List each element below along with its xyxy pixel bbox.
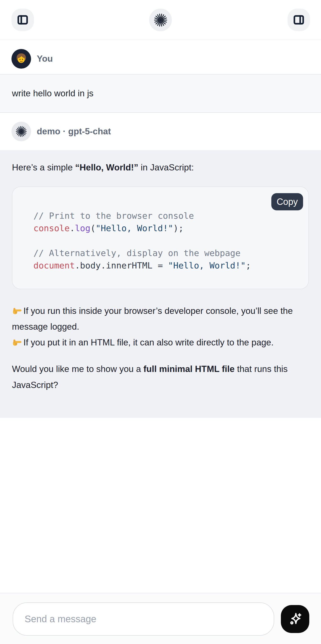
note-line: If you run this inside your browser’s de… (12, 303, 309, 335)
user-message-text: write hello world in js (12, 88, 93, 98)
assistant-sender-name: demo · gpt-5-chat (37, 126, 111, 136)
panel-right-icon (293, 14, 305, 26)
pointing-right-icon (12, 337, 22, 347)
followup-paragraph: Would you like me to show you a full min… (12, 361, 309, 393)
right-panel-toggle-button[interactable] (288, 8, 310, 31)
app-logo-badge[interactable] (149, 8, 172, 31)
user-avatar (11, 49, 31, 68)
pointing-right-icon (12, 306, 22, 316)
sidebar-toggle-button[interactable] (11, 8, 34, 31)
sparkle-icon (287, 611, 303, 627)
starburst-icon (15, 126, 27, 137)
starburst-icon (154, 13, 167, 27)
composer (0, 593, 321, 644)
message-input[interactable] (13, 602, 274, 636)
send-button[interactable] (281, 605, 309, 633)
user-message-bubble: write hello world in js (0, 74, 321, 113)
user-sender-row: You (0, 40, 321, 74)
assistant-message: Here’s a simple “Hello, World!” in JavaS… (0, 150, 321, 418)
intro-paragraph: Here’s a simple “Hello, World!” in JavaS… (12, 161, 309, 174)
user-sender-name: You (37, 54, 53, 64)
notes-paragraph: If you run this inside your browser’s de… (12, 303, 309, 350)
panel-left-icon (16, 14, 29, 26)
assistant-sender-row: demo · gpt-5-chat (0, 113, 321, 150)
code-content: // Print to the browser consoleconsole.l… (33, 210, 299, 272)
assistant-avatar (11, 122, 31, 141)
copy-button[interactable]: Copy (271, 193, 303, 210)
top-bar (0, 0, 321, 40)
note-line: If you put it in an HTML file, it can al… (12, 335, 309, 350)
person-emoji-icon (14, 52, 28, 66)
code-block: Copy // Print to the browser consolecons… (12, 186, 309, 289)
